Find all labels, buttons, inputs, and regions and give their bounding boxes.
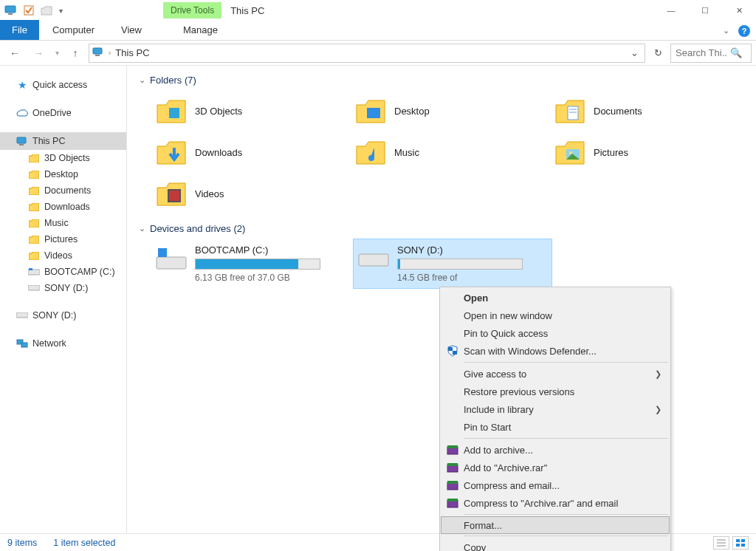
this-pc-icon: [4, 4, 18, 17]
tree-desktop[interactable]: Desktop: [0, 166, 126, 182]
folder-icon: [28, 152, 40, 164]
tree-music[interactable]: Music: [0, 215, 126, 231]
cm-add-to-archive[interactable]: Add to archive...: [441, 441, 669, 459]
svg-rect-4: [95, 55, 100, 56]
cm-copy[interactable]: Copy: [441, 538, 669, 551]
cm-compress-rar-and-email[interactable]: Compress to "Archive.rar" and email: [441, 494, 669, 512]
minimize-button[interactable]: —: [654, 0, 688, 21]
tree-sony-d-root[interactable]: SONY (D:): [0, 307, 126, 324]
folder-music[interactable]: Music: [350, 131, 549, 173]
svg-rect-9: [28, 285, 40, 290]
status-item-count: 9 items: [7, 538, 37, 548]
svg-rect-23: [158, 248, 167, 257]
submenu-arrow-icon: ❯: [655, 369, 669, 379]
folder-icon: [28, 201, 40, 213]
svg-rect-21: [169, 191, 179, 201]
status-selected-count: 1 item selected: [53, 538, 115, 548]
tree-onedrive[interactable]: OneDrive: [0, 104, 126, 122]
folder-pictures[interactable]: Pictures: [549, 131, 749, 173]
cm-add-to-archive-rar[interactable]: Add to "Archive.rar": [441, 459, 669, 476]
cm-format[interactable]: Format...: [441, 516, 670, 534]
tree-documents[interactable]: Documents: [0, 182, 126, 199]
cm-restore-previous-versions[interactable]: Restore previous versions: [441, 383, 669, 400]
svg-rect-3: [93, 48, 102, 54]
star-icon: ★: [16, 79, 28, 91]
address-bar[interactable]: › This PC ⌄: [89, 44, 645, 63]
up-button[interactable]: ↑: [65, 44, 86, 63]
winrar-icon: [446, 443, 459, 456]
defender-shield-icon: [446, 344, 459, 357]
drive-context-menu: Open Open in new window Pin to Quick acc…: [439, 287, 671, 551]
tree-bootcamp-c[interactable]: BOOTCAMP (C:): [0, 264, 126, 280]
close-button[interactable]: ✕: [722, 0, 756, 21]
svg-rect-24: [359, 254, 388, 266]
help-button[interactable]: ?: [738, 25, 750, 37]
cm-compress-and-email[interactable]: Compress and email...: [441, 476, 669, 494]
refresh-button[interactable]: ↻: [648, 44, 667, 63]
folder-documents[interactable]: Documents: [549, 90, 749, 131]
search-input[interactable]: [676, 47, 727, 58]
cm-scan-defender[interactable]: Scan with Windows Defender...: [441, 342, 669, 360]
folder-icon: [28, 233, 40, 245]
cm-pin-quick-access[interactable]: Pin to Quick access: [441, 324, 669, 342]
cm-pin-to-start[interactable]: Pin to Start: [441, 418, 669, 436]
breadcrumb-root[interactable]: This PC: [115, 47, 149, 58]
qat-customize-dropdown[interactable]: ▾: [58, 7, 63, 15]
qat-properties-icon[interactable]: [22, 4, 35, 17]
cm-open[interactable]: Open: [441, 289, 669, 307]
folder-music-icon: [353, 137, 388, 167]
svg-rect-38: [736, 539, 740, 542]
qat-new-folder-icon[interactable]: [40, 4, 53, 17]
drive-sony-d[interactable]: SONY (D:) 14.5 GB free of: [353, 239, 552, 289]
svg-rect-13: [169, 108, 179, 118]
tree-sony-d[interactable]: SONY (D:): [0, 280, 126, 296]
svg-rect-26: [453, 351, 457, 355]
folder-downloads[interactable]: Downloads: [151, 131, 350, 173]
svg-rect-34: [447, 499, 458, 502]
os-drive-icon: [154, 244, 189, 274]
search-box[interactable]: 🔍: [670, 44, 752, 63]
ribbon-manage-tab[interactable]: Manage: [171, 20, 230, 40]
ribbon-computer-tab[interactable]: Computer: [39, 20, 108, 40]
ribbon-file-tab[interactable]: File: [0, 20, 39, 40]
folder-icon: [28, 168, 40, 180]
folder-desktop[interactable]: Desktop: [350, 90, 549, 131]
view-details-button[interactable]: [713, 536, 729, 550]
view-large-icons-button[interactable]: [732, 536, 749, 550]
svg-rect-41: [741, 544, 745, 547]
maximize-button[interactable]: ☐: [688, 0, 722, 21]
search-icon: 🔍: [730, 47, 742, 58]
drives-section-header[interactable]: ⌄ Devices and drives (2): [133, 214, 750, 239]
tree-this-pc[interactable]: This PC: [0, 132, 126, 150]
cm-give-access-to[interactable]: Give access to❯: [441, 365, 669, 383]
tree-videos[interactable]: Videos: [0, 247, 126, 264]
svg-rect-22: [157, 257, 186, 269]
svg-rect-1: [8, 13, 13, 15]
tree-quick-access[interactable]: ★ Quick access: [0, 76, 126, 94]
recent-locations-dropdown[interactable]: ▾: [52, 44, 62, 63]
folders-section-header[interactable]: ⌄ Folders (7): [133, 66, 750, 90]
svg-rect-5: [17, 137, 26, 143]
svg-rect-10: [16, 312, 28, 318]
cm-include-in-library[interactable]: Include in library❯: [441, 400, 669, 418]
tree-downloads[interactable]: Downloads: [0, 199, 126, 215]
tree-network[interactable]: Network: [0, 335, 126, 352]
drive-bootcamp-c[interactable]: BOOTCAMP (C:) 6.13 GB free of 37.0 GB: [151, 239, 350, 289]
forward-button[interactable]: →: [28, 44, 49, 63]
ribbon-expand-button[interactable]: ⌄: [717, 21, 735, 40]
folder-videos[interactable]: Videos: [151, 173, 350, 214]
navigation-tree: ★ Quick access OneDrive This PC 3D Objec…: [0, 66, 127, 533]
tree-3d-objects[interactable]: 3D Objects: [0, 150, 126, 166]
folder-icon: [28, 217, 40, 229]
cm-open-new-window[interactable]: Open in new window: [441, 307, 669, 324]
address-dropdown-icon[interactable]: ⌄: [627, 47, 642, 58]
svg-rect-0: [5, 6, 16, 13]
back-button[interactable]: ←: [4, 44, 25, 63]
svg-rect-25: [448, 347, 453, 351]
folder-3d-objects[interactable]: 3D Objects: [151, 90, 350, 131]
ribbon-view-tab[interactable]: View: [108, 20, 155, 40]
tree-pictures[interactable]: Pictures: [0, 231, 126, 247]
svg-rect-12: [21, 343, 27, 347]
svg-rect-39: [741, 539, 745, 542]
svg-rect-8: [29, 268, 32, 270]
